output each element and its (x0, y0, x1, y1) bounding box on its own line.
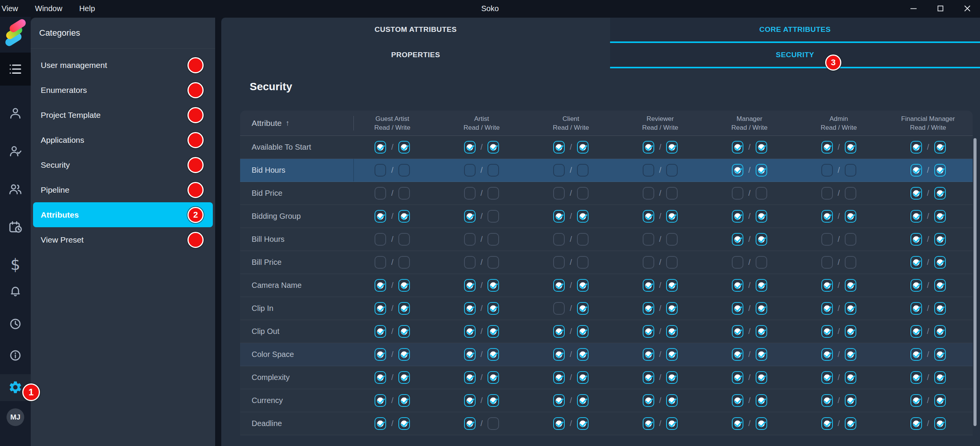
read-checkbox[interactable] (732, 141, 743, 154)
write-checkbox[interactable] (666, 279, 678, 292)
read-checkbox[interactable] (910, 233, 922, 246)
read-checkbox[interactable] (553, 256, 565, 269)
tab-security[interactable]: SECURITY (610, 43, 980, 68)
read-checkbox[interactable] (732, 394, 743, 407)
dollar-icon[interactable]: $ (0, 254, 31, 276)
table-row[interactable]: Complexity/////// (240, 366, 973, 389)
sidebar-item-applications[interactable]: Applications (33, 127, 213, 152)
read-checkbox[interactable] (553, 141, 565, 154)
write-checkbox[interactable] (934, 141, 946, 154)
read-checkbox[interactable] (643, 164, 654, 177)
read-checkbox[interactable] (643, 348, 654, 361)
read-checkbox[interactable] (821, 233, 833, 246)
table-row[interactable]: Bid Hours/////// (240, 159, 973, 182)
read-checkbox[interactable] (375, 210, 386, 223)
write-checkbox[interactable] (398, 348, 410, 361)
read-checkbox[interactable] (553, 348, 565, 361)
write-checkbox[interactable] (666, 210, 678, 223)
read-checkbox[interactable] (732, 348, 743, 361)
read-checkbox[interactable] (821, 417, 833, 430)
read-checkbox[interactable] (732, 302, 743, 315)
read-checkbox[interactable] (821, 187, 833, 200)
read-checkbox[interactable] (375, 233, 386, 246)
read-checkbox[interactable] (553, 394, 565, 407)
write-checkbox[interactable] (756, 302, 767, 315)
write-checkbox[interactable] (488, 164, 499, 177)
write-checkbox[interactable] (488, 233, 499, 246)
write-checkbox[interactable] (756, 371, 767, 384)
read-checkbox[interactable] (464, 417, 476, 430)
table-row[interactable]: Deadline/////// (240, 412, 973, 435)
write-checkbox[interactable] (666, 302, 678, 315)
write-checkbox[interactable] (845, 394, 856, 407)
read-checkbox[interactable] (553, 302, 565, 315)
write-checkbox[interactable] (666, 233, 678, 246)
menu-window[interactable]: Window (35, 4, 62, 13)
read-checkbox[interactable] (910, 164, 922, 177)
write-checkbox[interactable] (756, 210, 767, 223)
write-checkbox[interactable] (577, 256, 589, 269)
info-icon[interactable] (0, 345, 31, 366)
read-checkbox[interactable] (553, 371, 565, 384)
write-checkbox[interactable] (577, 417, 589, 430)
write-checkbox[interactable] (666, 371, 678, 384)
write-checkbox[interactable] (577, 325, 589, 338)
table-row[interactable]: Clip In/////// (240, 297, 973, 320)
read-checkbox[interactable] (732, 164, 743, 177)
read-checkbox[interactable] (464, 371, 476, 384)
read-checkbox[interactable] (375, 417, 386, 430)
write-checkbox[interactable] (934, 256, 946, 269)
list-icon[interactable] (0, 58, 31, 80)
read-checkbox[interactable] (643, 210, 654, 223)
close-icon[interactable] (964, 5, 971, 12)
read-checkbox[interactable] (821, 141, 833, 154)
read-checkbox[interactable] (910, 210, 922, 223)
read-checkbox[interactable] (732, 210, 743, 223)
write-checkbox[interactable] (577, 394, 589, 407)
read-checkbox[interactable] (375, 348, 386, 361)
write-checkbox[interactable] (577, 233, 589, 246)
write-checkbox[interactable] (488, 141, 499, 154)
read-checkbox[interactable] (553, 187, 565, 200)
read-checkbox[interactable] (910, 187, 922, 200)
write-checkbox[interactable] (756, 256, 767, 269)
read-checkbox[interactable] (821, 279, 833, 292)
user-check-icon[interactable] (0, 140, 31, 162)
write-checkbox[interactable] (398, 187, 410, 200)
write-checkbox[interactable] (398, 256, 410, 269)
read-checkbox[interactable] (910, 394, 922, 407)
write-checkbox[interactable] (934, 325, 946, 338)
read-checkbox[interactable] (732, 256, 743, 269)
read-checkbox[interactable] (910, 256, 922, 269)
write-checkbox[interactable] (934, 394, 946, 407)
sidebar-item-enumerators[interactable]: Enumerators (33, 78, 213, 102)
read-checkbox[interactable] (553, 325, 565, 338)
write-checkbox[interactable] (845, 164, 856, 177)
table-row[interactable]: Camera Name/////// (240, 274, 973, 297)
tab-properties[interactable]: PROPERTIES (221, 43, 610, 68)
read-checkbox[interactable] (553, 210, 565, 223)
write-checkbox[interactable] (666, 348, 678, 361)
write-checkbox[interactable] (488, 210, 499, 223)
sidebar-item-view-preset[interactable]: View Preset (33, 227, 213, 252)
table-row[interactable]: Currency/////// (240, 389, 973, 412)
write-checkbox[interactable] (488, 187, 499, 200)
read-checkbox[interactable] (643, 371, 654, 384)
read-checkbox[interactable] (643, 233, 654, 246)
write-checkbox[interactable] (577, 210, 589, 223)
write-checkbox[interactable] (488, 417, 499, 430)
read-checkbox[interactable] (821, 371, 833, 384)
table-row[interactable]: Available To Start/////// (240, 136, 973, 159)
write-checkbox[interactable] (398, 325, 410, 338)
read-checkbox[interactable] (732, 371, 743, 384)
read-checkbox[interactable] (910, 279, 922, 292)
write-checkbox[interactable] (666, 141, 678, 154)
write-checkbox[interactable] (934, 164, 946, 177)
write-checkbox[interactable] (756, 348, 767, 361)
minimize-icon[interactable] (910, 5, 917, 12)
write-checkbox[interactable] (845, 348, 856, 361)
write-checkbox[interactable] (934, 233, 946, 246)
sidebar-item-security[interactable]: Security (33, 152, 213, 177)
read-checkbox[interactable] (464, 256, 476, 269)
read-checkbox[interactable] (643, 187, 654, 200)
